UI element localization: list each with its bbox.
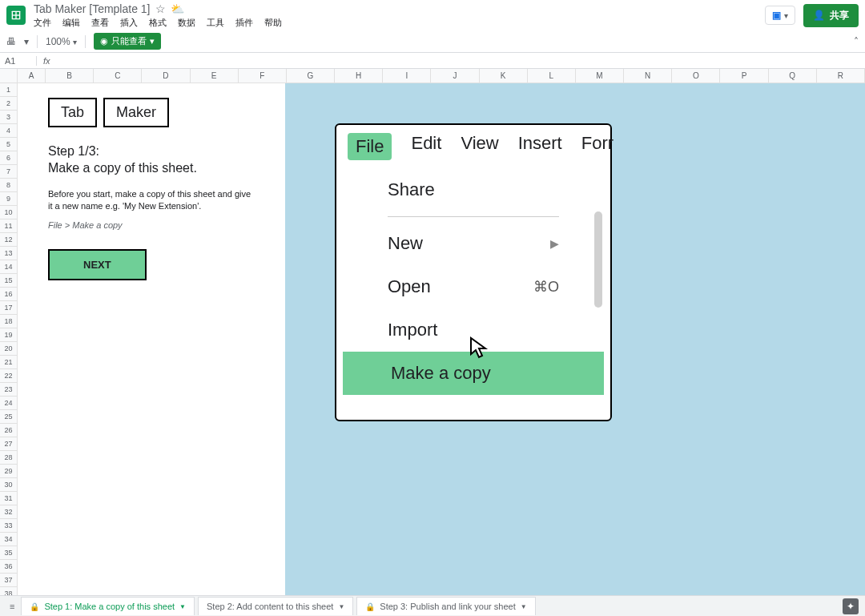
star-icon[interactable]: ☆	[155, 2, 166, 15]
separator	[37, 35, 38, 48]
menu-format[interactable]: 格式	[149, 17, 167, 29]
header: Tab Maker [Template 1] ☆ ⛅ 文件 编辑 查看 插入 格…	[0, 0, 865, 30]
next-button[interactable]: NEXT	[48, 249, 147, 280]
sheet-tab-step1[interactable]: 🔒 Step 1: Make a copy of this sheet ▼	[21, 597, 195, 615]
col-header[interactable]: O	[672, 69, 720, 83]
share-button[interactable]: 👤 共享	[803, 4, 859, 27]
illus-menu-insert: Insert	[518, 133, 562, 160]
col-header[interactable]: J	[431, 69, 479, 83]
print-icon[interactable]: 🖶	[6, 36, 16, 47]
row-header[interactable]: 29	[0, 465, 17, 478]
select-all-corner[interactable]	[0, 69, 18, 83]
row-header[interactable]: 15	[0, 274, 17, 288]
row-header[interactable]: 37	[0, 574, 17, 587]
illus-item-make-copy: Make a copy	[343, 352, 604, 395]
filter-icon[interactable]: ▾	[24, 36, 29, 47]
col-header[interactable]: D	[142, 69, 190, 83]
svg-rect-2	[17, 12, 19, 14]
menu-view[interactable]: 查看	[91, 17, 109, 29]
grid-area: A B C D E F G H I J K L M N O P Q R 1234…	[0, 69, 865, 600]
sheets-logo[interactable]	[6, 6, 26, 25]
row-header[interactable]: 34	[0, 533, 17, 546]
row-header[interactable]: 13	[0, 247, 17, 260]
col-header[interactable]: A	[18, 69, 46, 83]
tab-maker-logo: Tab Maker	[48, 98, 255, 127]
col-header[interactable]: K	[480, 69, 528, 83]
row-header[interactable]: 2	[0, 97, 17, 111]
row-header[interactable]: 19	[0, 328, 17, 342]
col-header[interactable]: B	[46, 69, 94, 83]
collapse-toolbar-icon[interactable]: ˄	[854, 36, 859, 47]
row-header[interactable]: 20	[0, 342, 17, 356]
row-header[interactable]: 30	[0, 478, 17, 492]
row-header[interactable]: 26	[0, 424, 17, 437]
row-header[interactable]: 12	[0, 233, 17, 247]
illus-menu-format: Forr	[581, 133, 614, 160]
row-header[interactable]: 11	[0, 219, 17, 233]
col-header[interactable]: G	[287, 69, 335, 83]
row-header[interactable]: 4	[0, 124, 17, 138]
row-header[interactable]: 16	[0, 288, 17, 301]
title-area: Tab Maker [Template 1] ☆ ⛅ 文件 编辑 查看 插入 格…	[34, 2, 765, 29]
step-number: Step 1/3:	[48, 144, 99, 158]
row-header[interactable]: 1	[0, 83, 17, 97]
all-sheets-icon[interactable]: ≡	[6, 602, 18, 611]
instruction-panel: Tab Maker Step 1/3: Make a copy of this …	[18, 83, 285, 600]
col-header[interactable]: R	[817, 69, 865, 83]
quick-action-button[interactable]: ▣ ▾	[765, 6, 795, 25]
row-header[interactable]: 22	[0, 369, 17, 383]
menu-insert[interactable]: 插入	[120, 17, 138, 29]
menu-file[interactable]: 文件	[34, 17, 51, 29]
col-header[interactable]: I	[383, 69, 431, 83]
menu-help[interactable]: 帮助	[264, 17, 282, 29]
row-header[interactable]: 24	[0, 397, 17, 410]
row-header[interactable]: 10	[0, 206, 17, 219]
row-header[interactable]: 31	[0, 492, 17, 505]
col-header[interactable]: L	[528, 69, 576, 83]
row-header[interactable]: 33	[0, 519, 17, 533]
menu-addons[interactable]: 插件	[235, 17, 253, 29]
col-header[interactable]: F	[239, 69, 287, 83]
col-header[interactable]: C	[94, 69, 142, 83]
row-header[interactable]: 28	[0, 451, 17, 465]
sheet-tab-step3[interactable]: 🔒 Step 3: Publish and link your sheet ▼	[356, 597, 535, 615]
file-menu-illustration: File Edit View Insert Forr Share New▶ Op…	[335, 123, 612, 421]
menu-tools[interactable]: 工具	[207, 17, 224, 29]
row-header[interactable]: 32	[0, 505, 17, 519]
illustration-panel: File Edit View Insert Forr Share New▶ Op…	[285, 83, 865, 600]
row-header[interactable]: 3	[0, 111, 17, 124]
col-header[interactable]: M	[576, 69, 624, 83]
name-box[interactable]: A1	[0, 56, 37, 66]
row-header[interactable]: 9	[0, 192, 17, 206]
row-header[interactable]: 21	[0, 356, 17, 369]
explore-button[interactable]: ✦	[843, 598, 859, 614]
col-header[interactable]: Q	[769, 69, 817, 83]
row-header[interactable]: 6	[0, 151, 17, 165]
col-header[interactable]: P	[720, 69, 768, 83]
row-header[interactable]: 18	[0, 315, 17, 328]
row-header[interactable]: 25	[0, 410, 17, 424]
menu-data[interactable]: 数据	[178, 17, 195, 29]
row-header[interactable]: 7	[0, 165, 17, 179]
sheet-tab-step2[interactable]: Step 2: Add content to this sheet ▼	[198, 597, 353, 615]
row-header[interactable]: 17	[0, 301, 17, 315]
zoom-dropdown[interactable]: 100% ▾	[46, 36, 77, 47]
menu-edit[interactable]: 编辑	[62, 17, 80, 29]
row-header[interactable]: 14	[0, 260, 17, 274]
sheet-tab-label: Step 1: Make a copy of this sheet	[44, 602, 175, 611]
document-title[interactable]: Tab Maker [Template 1]	[34, 2, 151, 15]
row-header[interactable]: 8	[0, 179, 17, 192]
row-header[interactable]: 5	[0, 138, 17, 151]
view-only-button[interactable]: ◉ 只能查看 ▾	[94, 33, 161, 50]
row-header[interactable]: 35	[0, 546, 17, 560]
sheet-tabs-bar: ≡ 🔒 Step 1: Make a copy of this sheet ▼ …	[0, 595, 865, 616]
col-header[interactable]: N	[624, 69, 672, 83]
col-header[interactable]: E	[191, 69, 239, 83]
col-header[interactable]: H	[335, 69, 383, 83]
row-header[interactable]: 27	[0, 437, 17, 451]
chevron-down-icon: ▼	[521, 603, 527, 610]
row-header[interactable]: 23	[0, 383, 17, 397]
illus-item-new: New▶	[340, 222, 607, 265]
cloud-status-icon[interactable]: ⛅	[171, 2, 184, 15]
row-header[interactable]: 36	[0, 560, 17, 574]
